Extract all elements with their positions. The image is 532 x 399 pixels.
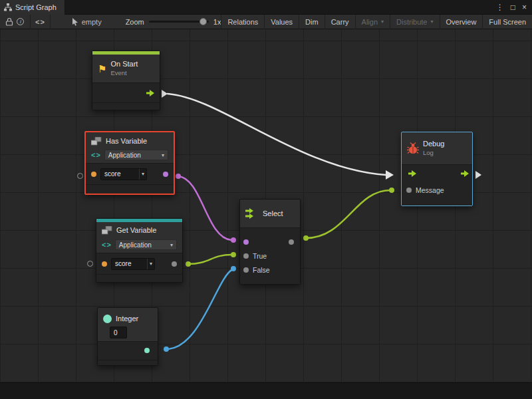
breadcrumb-label: empty	[82, 18, 102, 26]
port-label: Message	[416, 186, 444, 194]
variable-name-value: score	[101, 170, 139, 178]
align-button[interactable]: Align▾	[355, 15, 390, 29]
node-on-start[interactable]: ⚑ On Start Event	[92, 51, 160, 110]
node-title: Get Variable	[116, 226, 156, 234]
variable-name-value: score	[112, 260, 147, 267]
node-debug-log[interactable]: Debug Log Message	[401, 132, 473, 206]
select-true-input-port[interactable]	[243, 253, 249, 259]
graph-icon	[4, 3, 12, 11]
chevron-down-icon: ▾	[147, 259, 154, 269]
has-variable-output-port[interactable]	[163, 172, 168, 177]
variable-kind-icon: <>	[91, 151, 101, 159]
zoom-slider-knob[interactable]	[200, 18, 207, 25]
variable-kind-icon: <>	[102, 241, 112, 249]
onstart-flow-output-marker[interactable]	[162, 90, 168, 98]
zoom-label: Zoom	[126, 18, 144, 26]
node-footer	[92, 103, 160, 110]
button-label: Values	[271, 18, 293, 26]
button-label: Full Screen	[489, 18, 526, 26]
variable-kind-value: Application	[119, 241, 152, 249]
wire-onstart-to-debuglog[interactable]	[168, 94, 386, 175]
carry-button[interactable]: Carry	[325, 15, 355, 29]
variable-name-dropdown[interactable]: score ▾	[100, 168, 147, 180]
bug-icon	[407, 142, 419, 154]
info-icon[interactable]: i	[15, 15, 27, 29]
close-icon[interactable]: ×	[522, 3, 527, 12]
select-icon	[245, 208, 259, 219]
select-condition-input-port[interactable]	[243, 239, 249, 245]
variable-name-input-port[interactable]	[102, 261, 107, 267]
button-label: Carry	[331, 18, 349, 26]
variable-name-dropdown[interactable]: score ▾	[111, 258, 155, 270]
wire-select-to-debuglog-message[interactable]	[306, 190, 390, 238]
debuglog-flow-output-marker[interactable]	[475, 171, 481, 179]
control-output-port[interactable]	[146, 90, 154, 98]
node-has-variable[interactable]: Has Variable <> Application ▾ score ▾	[84, 131, 175, 195]
flag-icon: ⚑	[98, 64, 106, 74]
chevron-down-icon: ▾	[381, 19, 384, 25]
getvariable-unconnected-input-port[interactable]	[87, 261, 93, 267]
node-subtitle: Log	[423, 148, 444, 157]
script-graph-window: Script Graph ⋮ □ × i <> empty Zoom	[0, 0, 532, 399]
zoom-value: 1x	[213, 18, 221, 26]
node-footer	[402, 198, 472, 205]
values-button[interactable]: Values	[264, 15, 299, 29]
chevron-down-icon: ▾	[170, 242, 173, 248]
title-bar: Script Graph ⋮ □ ×	[0, 0, 532, 15]
wire-hasvariable-to-select[interactable]	[178, 176, 231, 240]
wire-getvariable-to-select-true[interactable]	[188, 255, 231, 264]
control-output-port[interactable]	[461, 170, 469, 178]
variable-kind-value: Application	[108, 152, 141, 159]
code-view-icon[interactable]: <>	[35, 15, 46, 29]
distribute-button[interactable]: Distribute▾	[390, 15, 439, 29]
integer-output-port[interactable]	[144, 348, 150, 353]
node-integer[interactable]: Integer 0	[97, 307, 158, 366]
maximize-icon[interactable]: □	[511, 3, 515, 12]
menu-icon[interactable]: ⋮	[496, 3, 504, 12]
button-label: Align	[362, 18, 378, 26]
relations-button[interactable]: Relations	[221, 15, 264, 29]
select-false-input-port[interactable]	[243, 267, 249, 273]
get-variable-output-port[interactable]	[172, 261, 177, 267]
chevron-down-icon: ▾	[139, 169, 146, 180]
integer-value-field[interactable]: 0	[110, 327, 127, 338]
zoom-slider[interactable]	[149, 21, 209, 23]
node-get-variable[interactable]: Get Variable <> Application ▾ score ▾	[96, 218, 183, 283]
graph-canvas[interactable]: ⚑ On Start Event Has	[0, 29, 532, 382]
variable-name-input-port[interactable]	[91, 172, 96, 177]
wire-arrowhead	[386, 170, 394, 180]
button-label: Overview	[446, 18, 477, 26]
window-controls: ⋮ □ ×	[496, 3, 532, 12]
hasvariable-unconnected-input-port[interactable]	[77, 173, 83, 179]
node-title: Integer	[116, 315, 138, 323]
select-output-port[interactable]	[289, 239, 294, 245]
variable-kind-dropdown[interactable]: Application ▾	[104, 150, 168, 160]
node-title: Select	[263, 209, 283, 217]
lock-icon[interactable]	[4, 15, 15, 29]
button-label: Relations	[227, 18, 258, 26]
node-subtitle: Event	[110, 68, 138, 77]
integer-icon	[103, 315, 112, 323]
message-input-port[interactable]	[406, 188, 412, 193]
chevron-down-icon: ▾	[162, 152, 164, 158]
variable-kind-dropdown[interactable]: Application ▾	[115, 239, 177, 250]
button-label: Distribute	[396, 18, 427, 26]
graph-toolbar: i <> empty Zoom 1x Relations Values Dim …	[0, 15, 532, 29]
tab-title: Script Graph	[15, 3, 57, 11]
pointer-icon	[72, 18, 78, 26]
zoom-control: Zoom 1x	[126, 18, 221, 26]
toolbar-divider	[50, 15, 51, 29]
bottom-strip	[0, 382, 532, 399]
node-footer	[86, 185, 174, 194]
node-title: Has Variable	[106, 137, 147, 145]
node-footer	[240, 277, 300, 284]
dim-button[interactable]: Dim	[299, 15, 325, 29]
node-select[interactable]: Select True False	[239, 199, 301, 285]
full-screen-button[interactable]: Full Screen	[482, 15, 532, 29]
overview-button[interactable]: Overview	[440, 15, 483, 29]
control-input-port[interactable]	[408, 170, 416, 178]
toolbar-divider	[30, 15, 31, 29]
node-title: On Start	[110, 60, 138, 68]
tab-script-graph[interactable]: Script Graph	[0, 0, 65, 15]
graph-breadcrumb[interactable]: empty	[72, 18, 102, 26]
